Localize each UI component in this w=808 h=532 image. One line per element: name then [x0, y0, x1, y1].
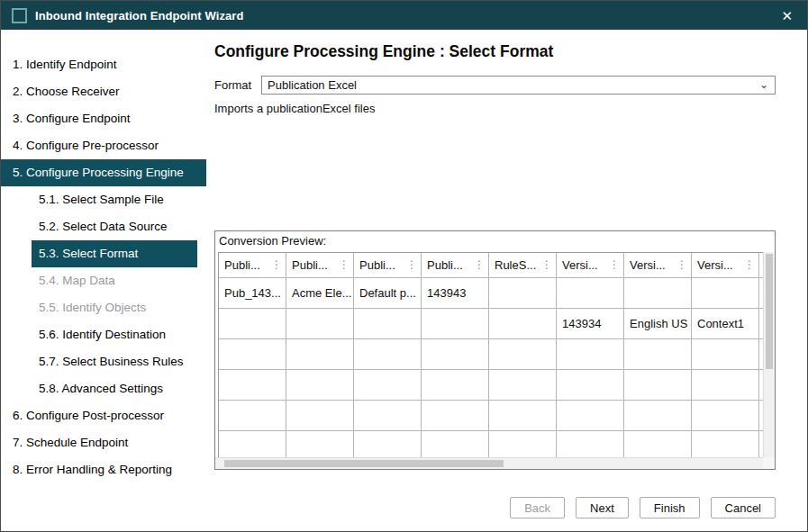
table-cell	[219, 309, 286, 339]
app-icon	[12, 8, 27, 23]
sidebar-item[interactable]: 5.6. Identify Destination	[32, 321, 197, 348]
table-cell	[692, 278, 759, 309]
sidebar-item[interactable]: 1. Identify Endpoint	[1, 51, 206, 78]
column-header[interactable]: Publi...⋮	[422, 253, 489, 278]
sidebar-item[interactable]: 2. Choose Receiver	[1, 78, 206, 105]
table-cell	[692, 431, 759, 457]
chevron-down-icon[interactable]: ⌄	[759, 78, 768, 91]
format-select[interactable]: Publication Excel ⌄	[261, 76, 776, 95]
column-menu-icon[interactable]: ⋮	[406, 253, 417, 277]
column-header-label: Publi...	[292, 253, 328, 277]
table-cell: 143943	[422, 278, 489, 309]
column-header[interactable]: Versi...⋮	[557, 253, 624, 278]
sidebar-item[interactable]: 6. Configure Post-processor	[1, 402, 206, 429]
horizontal-scrollbar-thumb[interactable]	[224, 460, 504, 467]
table-cell	[489, 309, 557, 339]
window-titlebar: Inbound Integration Endpoint Wizard ✕	[1, 1, 807, 30]
table-cell	[692, 370, 759, 401]
table-cell	[354, 370, 422, 401]
column-header[interactable]: Publi...⋮	[354, 253, 422, 278]
table-row[interactable]: Pub_143...Acme Ele...Default p...143943	[219, 278, 763, 309]
column-menu-icon[interactable]: ⋮	[339, 253, 350, 277]
table-cell	[286, 339, 354, 370]
column-menu-icon[interactable]: ⋮	[271, 253, 282, 277]
table-cell	[489, 431, 557, 457]
table-cell: Default p...	[354, 278, 422, 309]
sidebar-item[interactable]: 7. Schedule Endpoint	[1, 429, 206, 456]
table-cell	[422, 431, 489, 457]
column-header[interactable]: Versi...⋮	[624, 253, 692, 278]
column-menu-icon[interactable]: ⋮	[541, 253, 552, 277]
table-row[interactable]	[219, 370, 763, 401]
sidebar-item[interactable]: 5.3. Select Format	[32, 240, 197, 267]
preview-table-body: Pub_143...Acme Ele...Default p...1439431…	[219, 278, 763, 457]
table-cell	[286, 370, 354, 401]
window-body: 1. Identify Endpoint2. Choose Receiver3.…	[1, 30, 807, 532]
column-header-label: RuleS...	[495, 253, 536, 277]
sidebar-steps: 1. Identify Endpoint2. Choose Receiver3.…	[1, 51, 206, 483]
format-select-value: Publication Excel	[268, 78, 357, 92]
column-header-label: Versi...	[630, 253, 666, 277]
sidebar-item[interactable]: 4. Configure Pre-processor	[1, 132, 206, 159]
table-cell	[219, 339, 286, 370]
preview-table: Publi...⋮Publi...⋮Publi...⋮Publi...⋮Rule…	[215, 252, 775, 469]
sidebar-item[interactable]: 5.2. Select Data Source	[32, 213, 197, 240]
table-cell	[422, 370, 489, 401]
format-row: Format Publication Excel ⌄	[214, 76, 776, 95]
main-content: Configure Processing Engine : Select For…	[206, 30, 807, 532]
finish-button[interactable]: Finish	[640, 497, 700, 518]
cancel-button[interactable]: Cancel	[711, 497, 776, 518]
table-cell	[354, 339, 422, 370]
format-label: Format	[214, 78, 261, 92]
sidebar-item[interactable]: 8. Error Handling & Reporting	[1, 456, 206, 483]
table-cell	[489, 401, 557, 431]
vertical-scrollbar-thumb[interactable]	[766, 254, 773, 369]
table-cell	[489, 278, 557, 309]
sidebar-item: 5.5. Identify Objects	[32, 294, 197, 321]
column-menu-icon[interactable]: ⋮	[744, 253, 755, 277]
table-cell	[692, 401, 759, 431]
sidebar-item[interactable]: 5. Configure Processing Engine	[1, 159, 206, 186]
vertical-scrollbar[interactable]	[763, 252, 775, 457]
column-menu-icon[interactable]: ⋮	[676, 253, 687, 277]
table-cell	[489, 370, 557, 401]
table-cell	[624, 401, 692, 431]
column-header[interactable]: Publi...⋮	[219, 253, 286, 278]
conversion-preview-panel: Conversion Preview: Publi...⋮Publi...⋮Pu…	[214, 230, 776, 470]
preview-table-scroll: Publi...⋮Publi...⋮Publi...⋮Publi...⋮Rule…	[218, 252, 763, 457]
close-icon[interactable]: ✕	[777, 7, 796, 24]
column-header[interactable]: RuleS...⋮	[489, 253, 557, 278]
column-header[interactable]: Publi...⋮	[286, 253, 354, 278]
next-button[interactable]: Next	[576, 497, 629, 518]
table-cell	[354, 431, 422, 457]
horizontal-scrollbar[interactable]	[215, 457, 763, 469]
table-row[interactable]	[219, 339, 763, 370]
table-cell: Acme Ele...	[286, 278, 354, 309]
sidebar-item[interactable]: 5.1. Select Sample File	[32, 186, 197, 213]
table-cell	[557, 370, 624, 401]
table-cell	[354, 309, 422, 339]
table-cell	[624, 339, 692, 370]
wizard-sidebar: 1. Identify Endpoint2. Choose Receiver3.…	[1, 30, 206, 532]
table-row[interactable]	[219, 401, 763, 431]
table-cell	[354, 401, 422, 431]
column-menu-icon[interactable]: ⋮	[609, 253, 620, 277]
table-cell	[422, 339, 489, 370]
column-header[interactable]: Versi...⋮	[692, 253, 759, 278]
sidebar-item[interactable]: 5.8. Advanced Settings	[32, 375, 197, 402]
table-cell	[489, 339, 557, 370]
table-row[interactable]	[219, 431, 763, 457]
sidebar-item[interactable]: 5.7. Select Business Rules	[32, 348, 197, 375]
table-row[interactable]: 143934English USContext1	[219, 309, 763, 339]
table-cell: 143934	[557, 309, 624, 339]
column-header-label: Versi...	[562, 253, 598, 277]
column-menu-icon[interactable]: ⋮	[474, 253, 485, 277]
sidebar-item[interactable]: 3. Configure Endpoint	[1, 105, 206, 132]
table-cell	[219, 431, 286, 457]
table-cell: Pub_143...	[219, 278, 286, 309]
column-header-label: Publi...	[427, 253, 463, 277]
table-cell	[286, 431, 354, 457]
footer-buttons: Back Next Finish Cancel	[510, 497, 776, 518]
table-cell	[422, 401, 489, 431]
conversion-preview-label: Conversion Preview:	[215, 231, 775, 251]
